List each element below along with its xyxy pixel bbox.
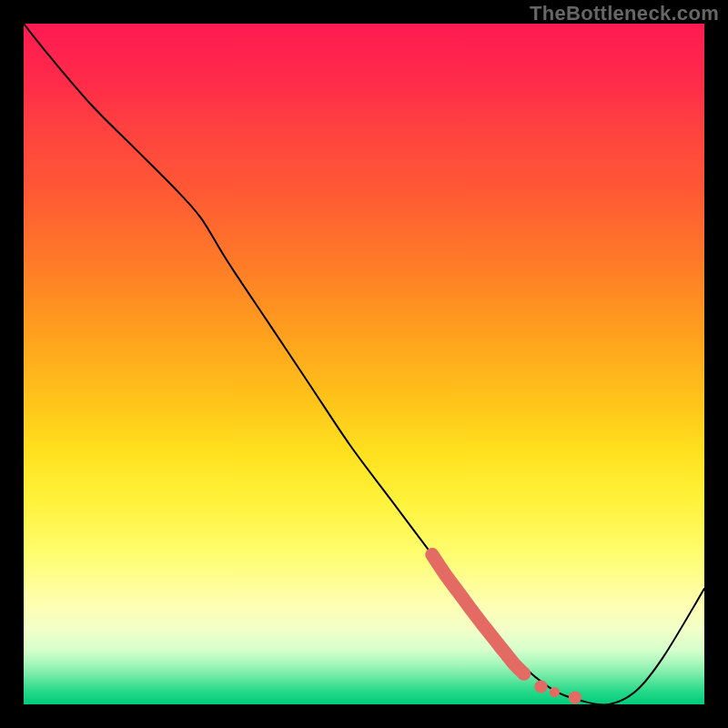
highlight-dot [550, 687, 560, 697]
chart-frame: TheBottleneck.com [0, 0, 728, 728]
curve-layer [24, 24, 704, 704]
highlight-dot [569, 691, 581, 703]
highlight-dot [534, 680, 547, 693]
watermark-text: TheBottleneck.com [530, 2, 719, 25]
plot-area [24, 24, 704, 704]
highlight-stroke [432, 554, 524, 673]
bottleneck-curve [24, 24, 704, 704]
highlight-segment [432, 554, 581, 703]
